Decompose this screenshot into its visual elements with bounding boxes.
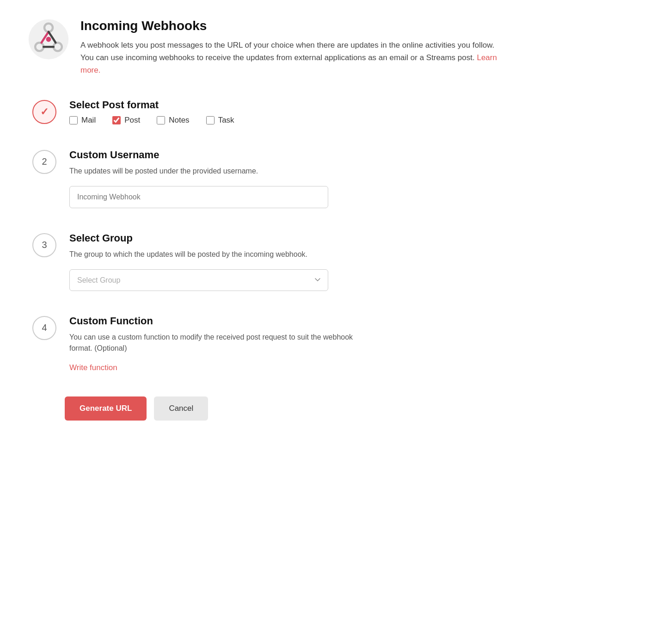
step3-indicator: 3	[32, 233, 56, 257]
generate-url-button[interactable]: Generate URL	[65, 396, 147, 421]
webhook-logo	[28, 19, 69, 60]
step4-content: Custom Function You can use a custom fun…	[69, 315, 356, 372]
step1-indicator: ✓	[32, 100, 56, 124]
cancel-button[interactable]: Cancel	[154, 396, 208, 421]
step4-number: 4	[42, 322, 47, 333]
step3-content: Select Group The group to which the upda…	[69, 232, 356, 291]
task-checkbox[interactable]	[206, 116, 215, 124]
checkmark-icon: ✓	[40, 106, 49, 118]
step4-title: Custom Function	[69, 315, 356, 327]
step3-title: Select Group	[69, 232, 356, 244]
step3-section: 3 Select Group The group to which the up…	[28, 232, 622, 291]
step2-number: 2	[42, 156, 47, 167]
step1-title: Select Post format	[69, 99, 356, 111]
post-format-checkboxes: Mail Post Notes Task	[69, 116, 356, 125]
checkbox-mail[interactable]: Mail	[69, 116, 96, 125]
step1-content: Select Post format Mail Post Notes Task	[69, 99, 356, 125]
mail-label: Mail	[81, 116, 96, 125]
action-buttons: Generate URL Cancel	[28, 396, 622, 421]
step2-section: 2 Custom Username The updates will be po…	[28, 149, 622, 208]
checkbox-task[interactable]: Task	[206, 116, 234, 125]
step4-indicator: 4	[32, 316, 56, 340]
post-label: Post	[124, 116, 140, 125]
page-title: Incoming Webhooks	[80, 19, 506, 33]
step2-description: The updates will be posted under the pro…	[69, 166, 356, 177]
task-label: Task	[218, 116, 234, 125]
mail-checkbox[interactable]	[69, 116, 78, 124]
write-function-link[interactable]: Write function	[69, 363, 117, 372]
step2-title: Custom Username	[69, 149, 356, 161]
step3-description: The group to which the updates will be p…	[69, 249, 356, 260]
step3-number: 3	[42, 240, 47, 250]
step4-section: 4 Custom Function You can use a custom f…	[28, 315, 622, 372]
checkbox-post[interactable]: Post	[112, 116, 140, 125]
group-select[interactable]: Select Group	[69, 269, 328, 291]
header-section: Incoming Webhooks A webhook lets you pos…	[28, 19, 622, 77]
step1-section: ✓ Select Post format Mail Post Notes Tas…	[28, 99, 622, 125]
step2-content: Custom Username The updates will be post…	[69, 149, 356, 208]
header-text: Incoming Webhooks A webhook lets you pos…	[80, 19, 506, 77]
post-checkbox[interactable]	[112, 116, 121, 124]
page-description: A webhook lets you post messages to the …	[80, 39, 506, 77]
step2-indicator: 2	[32, 150, 56, 174]
step4-description: You can use a custom function to modify …	[69, 332, 356, 354]
svg-point-4	[46, 37, 51, 42]
checkbox-notes[interactable]: Notes	[157, 116, 189, 125]
notes-label: Notes	[169, 116, 189, 125]
notes-checkbox[interactable]	[157, 116, 165, 124]
username-input[interactable]	[69, 186, 328, 208]
